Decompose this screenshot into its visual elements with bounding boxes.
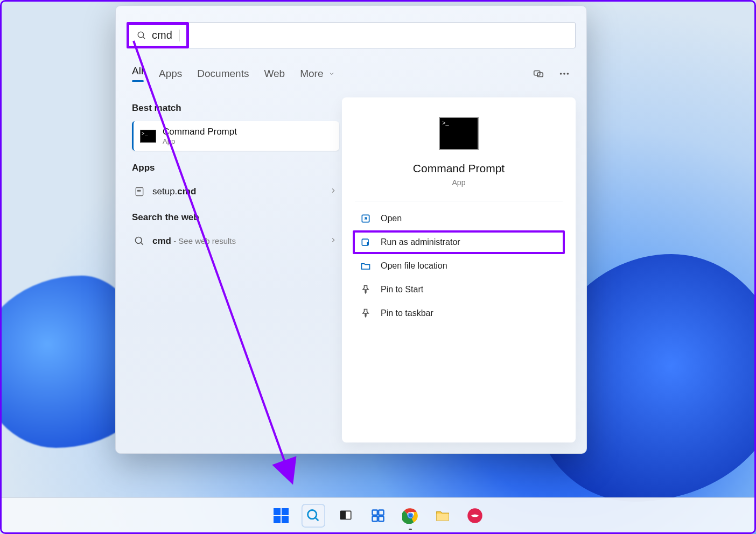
svg-rect-18 [340,511,346,519]
svg-point-10 [136,237,142,244]
section-best-match: Best match [132,103,339,114]
svg-rect-27 [437,514,449,521]
taskbar-app-pink[interactable] [464,504,486,527]
search-icon [306,508,321,523]
action-run-admin-label: Run as administrator [381,237,460,247]
widgets-button[interactable] [367,504,389,527]
results-left-column: Best match Command Prompt App Apps setup… [132,103,339,252]
search-icon [134,236,145,247]
start-search-panel: All Apps Documents Web More Best match C… [115,5,587,454]
tab-documents[interactable]: Documents [197,68,249,83]
chevron-down-icon [328,71,335,77]
tab-all[interactable]: All [132,65,144,85]
folder-icon [360,261,371,271]
action-pin-to-start[interactable]: Pin to Start [353,278,565,301]
svg-line-11 [141,243,143,245]
search-input-extension[interactable] [189,22,576,48]
action-open[interactable]: Open [353,207,565,230]
windows-logo-icon [274,508,289,523]
taskbar-file-explorer[interactable] [431,504,454,527]
tab-more[interactable]: More [300,68,335,83]
open-icon [360,213,371,224]
tab-web[interactable]: Web [264,68,285,83]
chrome-icon [402,508,418,524]
search-input-highlight [127,22,189,48]
tab-more-label: More [300,68,323,79]
action-pin-start-label: Pin to Start [381,285,423,294]
svg-rect-20 [379,510,383,515]
action-pin-to-taskbar[interactable]: Pin to taskbar [353,301,565,325]
taskbar [1,497,755,533]
search-input[interactable] [146,29,179,41]
svg-point-6 [567,73,569,75]
shield-admin-icon [360,237,371,248]
web-result-label: cmd - See web results [152,236,236,247]
svg-line-16 [316,517,319,521]
folder-icon [435,508,451,524]
search-header-icons [533,68,570,82]
more-options-icon[interactable] [558,68,570,82]
svg-point-5 [563,73,565,75]
section-apps: Apps [132,163,339,173]
section-search-web: Search the web [132,212,339,223]
file-icon [134,186,145,197]
svg-rect-21 [373,516,377,521]
web-result-cmd[interactable]: cmd - See web results [132,230,339,252]
action-open-label: Open [381,214,402,223]
svg-point-0 [138,32,144,38]
svg-point-15 [308,510,317,518]
task-view-icon [339,509,353,523]
svg-point-8 [137,190,138,191]
chevron-right-icon [330,187,337,196]
best-match-item[interactable]: Command Prompt App [132,121,339,151]
details-subtitle: App [353,178,565,187]
search-icon [137,31,146,40]
filter-tabs: All Apps Documents Web More [132,65,335,85]
pin-icon [360,284,371,295]
action-pin-taskbar-label: Pin to taskbar [381,308,433,318]
chevron-right-icon [330,236,337,246]
app-result-setup-cmd[interactable]: setup.cmd [132,181,339,202]
start-button[interactable] [270,504,292,527]
search-bar [127,22,576,48]
command-prompt-large-icon [439,117,479,150]
command-prompt-icon [140,130,156,143]
svg-point-4 [560,73,562,75]
action-open-file-location[interactable]: Open file location [353,254,565,278]
text-cursor [179,30,179,41]
svg-point-9 [139,190,141,191]
task-view-button[interactable] [334,504,357,527]
taskbar-chrome[interactable] [399,504,422,527]
action-open-loc-label: Open file location [381,261,447,271]
divider [355,201,563,201]
svg-point-26 [408,514,412,518]
chat-icon[interactable] [533,68,544,82]
action-run-as-administrator[interactable]: Run as administrator [353,230,565,254]
app-pink-icon [467,508,483,524]
pin-icon [360,308,371,319]
widgets-icon [370,508,386,523]
svg-rect-22 [379,516,383,521]
svg-line-1 [143,37,145,39]
details-title: Command Prompt [353,162,565,175]
details-panel: Command Prompt App Open Run as administr… [342,97,576,442]
best-match-title: Command Prompt [163,127,237,137]
taskbar-search-button[interactable] [302,504,325,527]
svg-rect-7 [136,188,143,196]
best-match-subtitle: App [163,137,237,145]
svg-rect-19 [373,510,377,515]
app-result-label: setup.cmd [152,186,196,197]
tab-apps[interactable]: Apps [159,68,182,83]
